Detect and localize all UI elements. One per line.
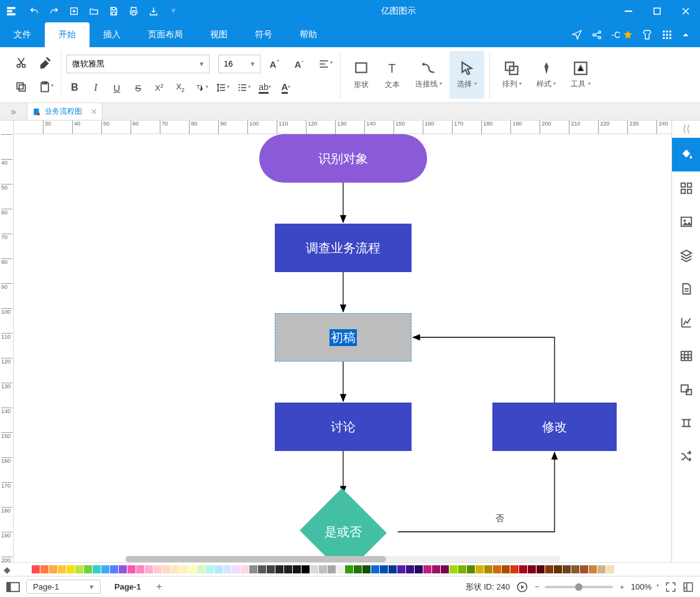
color-swatch[interactable] [214, 565, 223, 573]
new-button[interactable] [65, 2, 83, 21]
color-swatch[interactable] [571, 565, 579, 573]
color-swatch[interactable] [510, 565, 518, 573]
vertical-ruler[interactable]: 4050607080901001101201301401501601701801… [0, 121, 14, 562]
color-swatch[interactable] [580, 565, 588, 573]
align-button[interactable]: ▾ [315, 54, 335, 74]
color-swatch[interactable] [476, 565, 484, 573]
export-button[interactable] [144, 2, 163, 21]
print-button[interactable] [124, 2, 143, 21]
color-swatch[interactable] [127, 565, 136, 573]
color-swatch[interactable] [415, 565, 423, 573]
flowchart-process-node[interactable]: 调查业务流程 [275, 224, 412, 272]
close-button[interactable] [671, 0, 700, 22]
color-swatch[interactable] [397, 565, 405, 573]
increase-font-button[interactable]: A+ [265, 54, 285, 74]
open-button[interactable] [85, 2, 103, 21]
tab-view[interactable]: 视图 [196, 22, 241, 47]
theme-icon[interactable] [642, 29, 653, 40]
clipart-panel-button[interactable] [672, 373, 700, 406]
color-swatch[interactable] [345, 565, 353, 573]
color-swatch[interactable] [267, 565, 275, 573]
tab-start[interactable]: 开始 [45, 22, 90, 47]
font-size-selector[interactable]: 16▾ [218, 55, 260, 73]
user-account-button[interactable]: -C [611, 30, 633, 40]
color-swatch[interactable] [249, 565, 257, 573]
color-swatch[interactable] [93, 565, 101, 573]
color-swatch[interactable] [154, 565, 162, 573]
color-swatch[interactable] [75, 565, 83, 573]
subscript-button[interactable]: X2 [172, 80, 188, 96]
color-swatch[interactable] [467, 565, 475, 573]
fit-page-button[interactable] [665, 581, 676, 593]
tools-button[interactable]: 工具 ▾ [563, 51, 597, 99]
bullet-list-button[interactable]: ▾ [236, 80, 252, 96]
color-swatch[interactable] [136, 565, 144, 573]
cut-button[interactable] [11, 53, 31, 73]
color-swatch[interactable] [328, 565, 336, 573]
share-icon[interactable] [591, 29, 602, 40]
arrange-button[interactable]: 排列 ▾ [495, 51, 529, 99]
underline-button[interactable]: U [109, 80, 125, 96]
paste-button[interactable]: ▾ [36, 77, 56, 97]
superscript-button[interactable]: X2 [151, 80, 167, 96]
color-swatch[interactable] [58, 565, 66, 573]
tab-page-layout[interactable]: 页面布局 [134, 22, 196, 47]
connector-tool-button[interactable]: 连接线 ▾ [408, 51, 449, 99]
color-swatch[interactable] [180, 565, 188, 573]
color-swatch[interactable] [171, 565, 179, 573]
zoom-out-button[interactable]: − [535, 582, 540, 591]
color-swatch[interactable] [84, 565, 92, 573]
color-swatch[interactable] [354, 565, 362, 573]
zoom-in-button[interactable]: ＋ [618, 581, 626, 593]
flowchart-process-node[interactable]: 修改 [492, 403, 617, 451]
fill-color-icon[interactable]: ◆ [4, 565, 22, 575]
color-swatch[interactable] [232, 565, 240, 573]
color-swatch[interactable] [188, 565, 196, 573]
color-swatch[interactable] [275, 565, 283, 573]
minimize-button[interactable] [614, 0, 643, 22]
document-tab[interactable]: 业务流程图 ✕ [27, 103, 103, 120]
color-swatch[interactable] [258, 565, 266, 573]
text-direction-button[interactable]: T▾ [193, 80, 210, 96]
font-family-selector[interactable]: 微软雅黑▾ [67, 55, 210, 73]
color-swatch[interactable] [449, 565, 458, 573]
style-button[interactable]: 样式 ▾ [529, 51, 563, 99]
page-layout-icon[interactable] [6, 581, 20, 593]
color-swatch[interactable] [606, 565, 614, 573]
shape-tool-button[interactable]: 形状 [346, 51, 377, 99]
color-swatch[interactable] [206, 565, 214, 573]
color-swatch[interactable] [423, 565, 431, 573]
tab-help[interactable]: 帮助 [286, 22, 331, 47]
color-swatch[interactable] [32, 565, 40, 573]
color-swatch[interactable] [67, 565, 75, 573]
strikethrough-button[interactable]: S [130, 80, 146, 96]
font-color-button[interactable]: A▾ [278, 80, 294, 96]
color-swatch[interactable] [537, 565, 545, 573]
send-icon[interactable] [571, 29, 583, 40]
color-swatch[interactable] [406, 565, 414, 573]
flowchart-terminator-node[interactable]: 识别对象 [259, 134, 427, 183]
symbols-panel-button[interactable] [672, 171, 700, 205]
horizontal-scrollbar[interactable] [126, 556, 560, 562]
color-swatch[interactable] [284, 565, 292, 573]
save-button[interactable] [104, 2, 123, 21]
color-swatch[interactable] [241, 565, 249, 573]
color-swatch[interactable] [458, 565, 466, 573]
collapse-ribbon-button[interactable] [681, 30, 690, 39]
close-tab-button[interactable]: ✕ [91, 107, 97, 116]
flowchart-draft-node[interactable]: 初稿 [275, 313, 412, 362]
flowchart-process-node[interactable]: 讨论 [275, 403, 412, 451]
color-swatch[interactable] [223, 565, 231, 573]
color-swatch[interactable] [484, 565, 492, 573]
tab-insert[interactable]: 插入 [90, 22, 134, 47]
select-tool-button[interactable]: 选择 ▾ [449, 51, 484, 99]
color-swatch[interactable] [371, 565, 379, 573]
tab-file[interactable]: 文件 [0, 22, 45, 47]
copy-button[interactable] [11, 77, 31, 97]
color-swatch[interactable] [563, 565, 571, 573]
color-swatch[interactable] [336, 565, 344, 573]
apps-icon[interactable] [661, 29, 673, 40]
color-swatch[interactable] [302, 565, 310, 573]
color-swatch[interactable] [119, 565, 127, 573]
maximize-button[interactable] [643, 0, 671, 22]
